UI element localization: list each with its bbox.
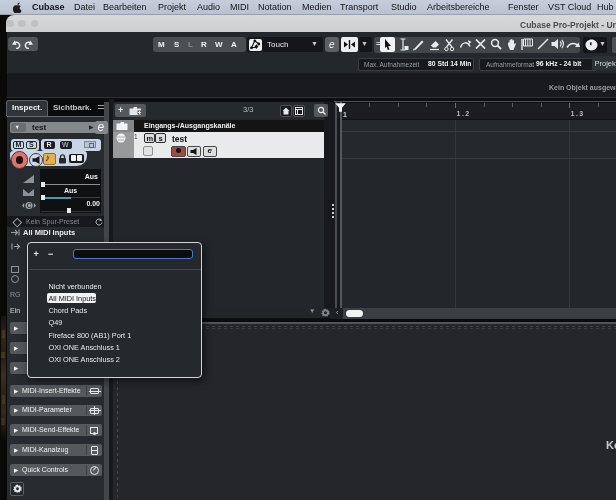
svg-text:C: C bbox=[27, 202, 32, 209]
